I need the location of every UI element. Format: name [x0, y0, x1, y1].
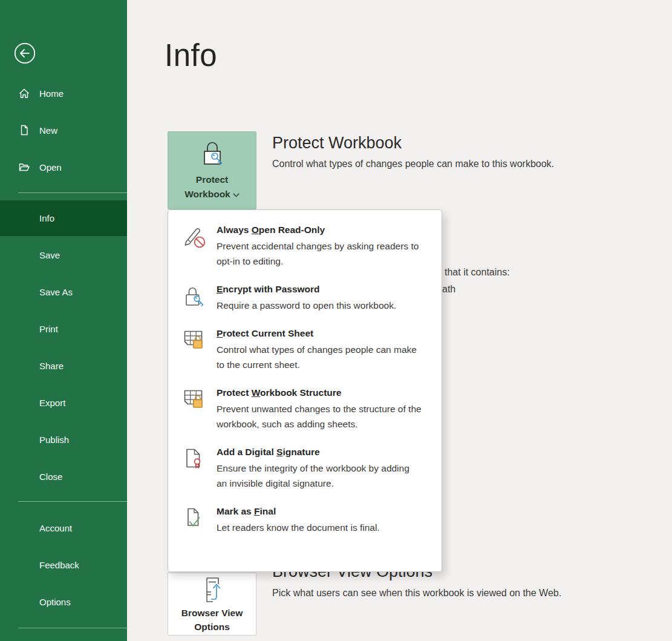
sidebar-item-label: Share	[39, 361, 64, 371]
sidebar-item-open[interactable]: Open	[0, 154, 127, 180]
sidebar-item-label: Feedback	[39, 560, 79, 570]
sidebar-item-label: Home	[39, 88, 64, 99]
browser-view-options-button-label: Browser View Options	[177, 606, 248, 634]
sidebar-item-save[interactable]: Save	[0, 242, 127, 268]
sidebar-item-feedback[interactable]: Feedback	[0, 551, 127, 578]
sidebar-item-label: Close	[39, 472, 62, 482]
new-document-icon	[18, 124, 30, 136]
menu-item-protect-workbook-structure[interactable]: Protect Workbook Structure Prevent unwan…	[168, 379, 442, 438]
sidebar-item-label: Print	[39, 324, 58, 334]
sidebar-item-home[interactable]: Home	[0, 80, 127, 107]
sidebar-divider	[18, 628, 127, 628]
sidebar-item-label: Open	[39, 162, 62, 173]
chevron-down-icon	[233, 193, 240, 197]
sidebar-item-account[interactable]: Account	[0, 514, 127, 541]
menu-item-mark-as-final[interactable]: Mark as Final Let readers know the docum…	[168, 498, 442, 542]
sidebar-item-label: Publish	[39, 435, 69, 445]
menu-item-title: Add a Digital Signature	[217, 445, 427, 459]
menu-item-description: Prevent unwanted changes to the structur…	[217, 401, 422, 432]
menu-item-description: Let readers know the document is final.	[217, 520, 422, 535]
menu-item-title: Protect Workbook Structure	[217, 386, 427, 400]
sidebar-item-options[interactable]: Options	[0, 588, 127, 615]
menu-item-title: Mark as Final	[217, 504, 427, 519]
sidebar-item-label: Info	[39, 213, 54, 223]
read-only-pencil-icon	[181, 224, 206, 248]
menu-item-description: Control what types of changes people can…	[217, 342, 422, 372]
sidebar-item-publish[interactable]: Publish	[0, 426, 127, 453]
open-folder-icon	[18, 161, 30, 173]
menu-item-description: Ensure the integrity of the workbook by …	[217, 461, 422, 491]
menu-item-add-digital-signature[interactable]: Add a Digital Signature Ensure the integ…	[168, 438, 442, 498]
sidebar-item-label: Save	[39, 250, 60, 260]
browser-view-options-button[interactable]: Browser View Options	[168, 573, 256, 636]
protect-workbook-button[interactable]: Protect Workbook	[168, 131, 256, 209]
sidebar-item-label: Export	[39, 398, 65, 408]
protect-workbook-description: Control what types of changes people can…	[272, 159, 554, 169]
encrypt-lock-key-icon	[181, 283, 206, 307]
protect-workbook-menu: Always Open Read-Only Prevent accidental…	[168, 209, 442, 572]
menu-item-title: Protect Current Sheet	[217, 326, 427, 341]
menu-item-always-open-read-only[interactable]: Always Open Read-Only Prevent accidental…	[168, 216, 442, 275]
backstage-sidebar: Home New Open Info Save Save As Print Sh…	[0, 0, 127, 641]
back-button[interactable]	[13, 42, 36, 65]
sidebar-divider	[18, 501, 127, 502]
menu-item-title: Encrypt with Password	[217, 282, 427, 297]
menu-item-encrypt-with-password[interactable]: Encrypt with Password Require a password…	[168, 275, 442, 320]
page-title: Info	[165, 38, 217, 73]
background-text-fragment: that it contains:	[445, 267, 510, 278]
menu-item-description: Prevent accidental changes by asking rea…	[217, 238, 422, 269]
sidebar-item-print[interactable]: Print	[0, 315, 127, 342]
sidebar-item-export[interactable]: Export	[0, 389, 127, 416]
sidebar-item-label: Options	[39, 597, 71, 607]
sidebar-divider	[18, 192, 127, 193]
sidebar-item-label: Account	[39, 523, 72, 533]
mark-final-icon	[181, 505, 206, 530]
menu-item-protect-current-sheet[interactable]: Protect Current Sheet Control what types…	[168, 320, 442, 379]
digital-signature-icon	[181, 446, 206, 470]
home-icon	[18, 87, 30, 99]
sidebar-item-info[interactable]: Info	[0, 200, 127, 236]
menu-item-description: Require a password to open this workbook…	[217, 298, 422, 313]
browser-view-options-icon	[201, 577, 223, 605]
browser-view-options-description: Pick what users can see when this workbo…	[272, 588, 561, 599]
protect-sheet-icon	[181, 327, 206, 352]
protect-workbook-lock-icon	[200, 139, 225, 170]
protect-workbook-heading: Protect Workbook	[272, 134, 402, 153]
sidebar-item-new[interactable]: New	[0, 117, 127, 143]
back-arrow-icon	[13, 42, 36, 65]
menu-item-title: Always Open Read-Only	[217, 223, 427, 237]
sidebar-item-close[interactable]: Close	[0, 463, 127, 490]
sidebar-item-label: Save As	[39, 287, 73, 297]
protect-structure-icon	[181, 387, 206, 411]
background-text-fragment: ath	[442, 284, 455, 295]
protect-workbook-button-label: Protect Workbook	[177, 173, 248, 202]
sidebar-item-label: New	[39, 125, 57, 136]
sidebar-item-share[interactable]: Share	[0, 352, 127, 379]
sidebar-item-save-as[interactable]: Save As	[0, 278, 127, 305]
